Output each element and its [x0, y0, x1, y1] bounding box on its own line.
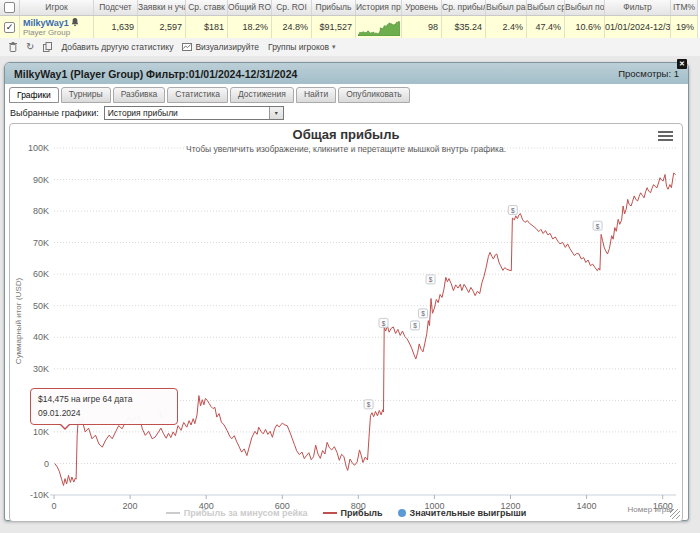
profit-line-chart[interactable]: -10K010K20K30K40K50K60K70K80K90K100K0200… [10, 124, 682, 521]
win-flag: $ [508, 206, 517, 215]
row-checkbox[interactable]: ✓ [4, 22, 15, 33]
copy-icon [43, 42, 52, 52]
table-cell: 1,639 [94, 16, 138, 38]
tab-Разбивка[interactable]: Разбивка [113, 87, 166, 103]
svg-text:70K: 70K [33, 238, 49, 248]
column-header[interactable]: История прибыли [356, 0, 402, 15]
table-cell: $91,527 [312, 16, 356, 38]
player-name[interactable]: MilkyWay1 [23, 18, 90, 28]
player-detail-window: MilkyWay1 (Player Group) Фильтр:01/01/20… [4, 62, 689, 521]
svg-text:40K: 40K [33, 332, 49, 342]
column-header[interactable]: Игрок [20, 0, 94, 15]
selector-label: Выбранные графики: [10, 108, 99, 118]
tab-Статистика[interactable]: Статистика [167, 87, 228, 103]
table-cell: 18.2% [228, 16, 272, 38]
table-cell: 10.6% [565, 16, 605, 38]
column-header[interactable]: Фильтр [605, 0, 671, 15]
svg-text:80K: 80K [33, 206, 49, 216]
legend-marker [323, 512, 337, 514]
svg-text:0: 0 [44, 459, 49, 469]
table-cell: 98 [402, 16, 442, 38]
select-all-header[interactable] [0, 0, 20, 15]
refresh-icon: ↻ [26, 42, 34, 52]
tab-Турниры[interactable]: Турниры [61, 87, 111, 103]
tab-bar: ГрафикиТурнирыРазбивкаСтатистикаДостижен… [5, 84, 688, 103]
views-counter: Просмотры: 1 [618, 68, 679, 79]
tab-Достижения[interactable]: Достижения [230, 87, 294, 103]
svg-text:$: $ [596, 223, 600, 230]
visualize-button[interactable]: Визуализируйте [182, 42, 259, 52]
workspace-backdrop: MilkyWay1 (Player Group) Фильтр:01/01/20… [0, 56, 700, 533]
table-cell: 2.4% [486, 16, 527, 38]
column-header[interactable]: Выбыл сред [527, 0, 565, 15]
column-header[interactable]: Ср. ROI [272, 0, 312, 15]
table-cell: $35.24 [442, 16, 486, 38]
delete-button[interactable] [9, 42, 17, 52]
tab-Графики[interactable]: Графики [9, 87, 59, 103]
svg-text:$: $ [421, 310, 425, 317]
column-header[interactable]: Общий ROI [228, 0, 272, 15]
add-stat-button[interactable]: Добавить другую статистику [61, 42, 173, 52]
add-stat-label: Добавить другую статистику [61, 42, 173, 52]
app-screen: ИгрокПодсчетЗаявки н учасСр. ставкОбщий … [0, 0, 700, 533]
chart-tooltip: $14,475 на игре 64 дата 09.01.2024 [30, 388, 178, 425]
toolbar: ↻ Добавить другую статистику Визуализиру… [0, 38, 700, 57]
table-cell: 01/01/2024-12/31/2024 [605, 16, 671, 38]
tab-Опубликовать[interactable]: Опубликовать [338, 87, 410, 103]
svg-text:$: $ [367, 401, 371, 408]
select-arrow-icon: ▾ [269, 107, 283, 119]
profit-series [55, 173, 676, 486]
win-flag: $ [364, 400, 373, 409]
player-groups-dropdown[interactable]: Группы игроков ▾ [268, 42, 336, 52]
column-header[interactable]: Выбыл рано [486, 0, 527, 15]
chart-select-value: История прибыли [108, 108, 178, 118]
legend-item[interactable]: Значительные выигрыши [398, 508, 527, 518]
table-cell: 47.4% [527, 16, 565, 38]
win-flag: $ [426, 275, 435, 284]
column-header[interactable]: Выбыл поздн [565, 0, 605, 15]
column-header[interactable]: ITM% [671, 0, 698, 15]
trash-icon [9, 42, 17, 52]
bell-icon [71, 18, 79, 27]
column-header[interactable]: Прибыль [312, 0, 356, 15]
svg-text:30K: 30K [33, 364, 49, 374]
legend-marker [398, 509, 406, 517]
table-row[interactable]: ✓MilkyWay1 Player Group1,6392,597$18118.… [0, 16, 698, 38]
table-cell: $181 [186, 16, 228, 38]
svg-text:60K: 60K [33, 269, 49, 279]
copy-button[interactable] [43, 42, 52, 52]
win-flag: $ [593, 221, 602, 230]
player-group-label: Player Group [23, 28, 90, 37]
close-button[interactable]: ✕ [677, 59, 687, 69]
table-cell: 19% [671, 16, 698, 38]
svg-text:$: $ [429, 276, 433, 283]
column-header[interactable]: Подсчет [94, 0, 138, 15]
svg-text:$: $ [413, 322, 417, 329]
column-header[interactable]: Ср. прибыли [442, 0, 486, 15]
win-flag: $ [411, 321, 420, 330]
profit-history-sparkline [356, 16, 402, 38]
tooltip-line2: 09.01.2024 [38, 407, 170, 421]
chart-select[interactable]: История прибыли ▾ [104, 106, 284, 120]
legend-item[interactable]: Прибыль [323, 508, 383, 518]
svg-text:50K: 50K [33, 301, 49, 311]
window-titlebar[interactable]: MilkyWay1 (Player Group) Фильтр:01/01/20… [5, 63, 688, 84]
svg-text:100K: 100K [28, 143, 49, 153]
column-header[interactable]: Ср. ставк [186, 0, 228, 15]
visualize-label: Визуализируйте [195, 42, 259, 52]
player-cell: MilkyWay1 Player Group [20, 16, 94, 38]
svg-text:10K: 10K [33, 427, 49, 437]
tooltip-line1: $14,475 на игре 64 дата [38, 393, 170, 407]
chart-axes: -10K010K20K30K40K50K60K70K80K90K100K0200… [28, 143, 676, 511]
column-header[interactable]: Уровень [402, 0, 442, 15]
win-flag: $ [379, 318, 388, 327]
resize-handle[interactable] [670, 509, 680, 519]
svg-text:90K: 90K [33, 175, 49, 185]
tab-Найти[interactable]: Найти [296, 87, 336, 103]
select-all-checkbox[interactable] [4, 2, 15, 13]
refresh-button[interactable]: ↻ [26, 42, 34, 52]
y-axis-title: Суммарный итог (USD) [14, 278, 23, 365]
chart-selector-row: Выбранные графики: История прибыли ▾ [5, 103, 688, 122]
column-header[interactable]: Заявки н учас [138, 0, 186, 15]
legend-item[interactable]: Прибыль за минусом рейка [166, 508, 308, 518]
